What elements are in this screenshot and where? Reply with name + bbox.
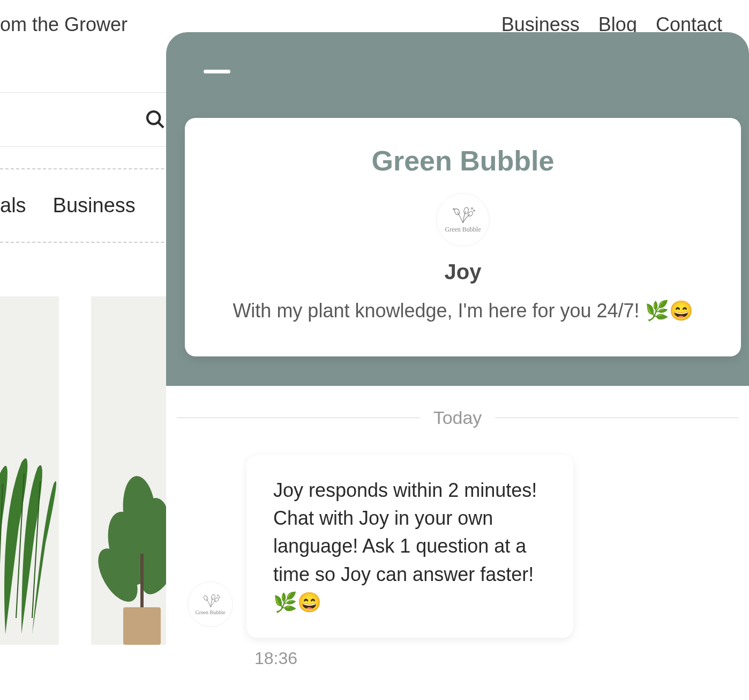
- product-card[interactable]: [0, 296, 59, 645]
- message-bubble: Joy responds within 2 minutes! Chat with…: [246, 455, 573, 638]
- chat-brand-name: Green Bubble: [206, 145, 720, 177]
- agent-name: Joy: [206, 260, 720, 284]
- search-icon[interactable]: [145, 109, 166, 130]
- svg-point-12: [471, 208, 473, 210]
- divider-line: [177, 418, 420, 418]
- avatar-brand-text: Green Bubble: [196, 609, 226, 615]
- message-timestamp: 18:36: [254, 649, 738, 668]
- agent-avatar: Green Bubble: [436, 193, 490, 247]
- category-item-business[interactable]: Business: [53, 194, 136, 217]
- tagline: om the Grower: [0, 13, 128, 36]
- plant-logo-icon: [450, 206, 476, 225]
- chat-header-card: Green Bubble Green Bubble Joy With my pl…: [185, 118, 741, 356]
- chat-body: Today Green Bubble: [166, 386, 749, 700]
- svg-point-14: [453, 208, 454, 210]
- divider-line: [495, 418, 738, 418]
- category-item-deals[interactable]: als: [0, 194, 26, 217]
- svg-point-18: [217, 595, 218, 596]
- plant-logo-icon: [200, 593, 221, 608]
- svg-point-0: [147, 111, 160, 124]
- svg-point-10: [463, 207, 469, 214]
- plant-image-icon: [0, 377, 59, 645]
- svg-line-1: [159, 123, 163, 128]
- svg-point-19: [219, 597, 220, 598]
- chat-widget: Green Bubble Green Bubble Joy With my pl…: [166, 32, 749, 700]
- date-divider: Today: [177, 407, 738, 428]
- message-row: Green Bubble Joy responds within 2 minut…: [177, 455, 738, 638]
- agent-tagline: With my plant knowledge, I'm here for yo…: [206, 297, 720, 324]
- svg-point-13: [474, 210, 475, 211]
- avatar-brand-text: Green Bubble: [445, 226, 481, 234]
- message-avatar: Green Bubble: [188, 582, 233, 627]
- svg-point-15: [203, 595, 208, 601]
- date-label: Today: [433, 407, 482, 428]
- minimize-icon[interactable]: [204, 70, 230, 73]
- svg-rect-2: [123, 607, 161, 645]
